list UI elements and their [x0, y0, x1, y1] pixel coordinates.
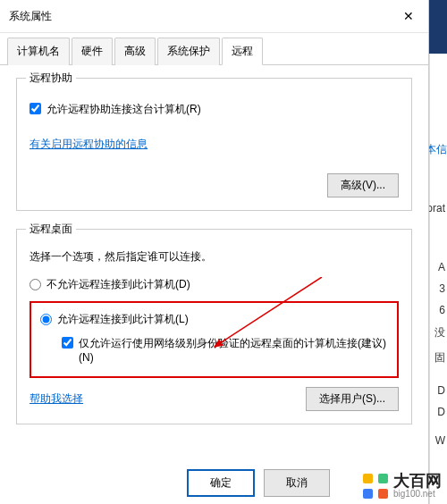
- bg-ver: 3: [439, 282, 445, 295]
- watermark-domain: big100.net: [393, 489, 442, 499]
- deny-remote-row[interactable]: 不允许远程连接到此计算机(D): [30, 277, 399, 292]
- remote-assistance-group: 远程协助 允许远程协助连接这台计算机(R) 有关启用远程协助的信息 高级(V).…: [16, 78, 412, 211]
- watermark-brand: 大百网: [393, 473, 442, 489]
- bg-a: A: [438, 261, 445, 273]
- titlebar: 系统属性 ✕: [0, 0, 428, 33]
- nla-row[interactable]: 仅允许运行使用网络级别身份验证的远程桌面的计算机连接(建议)(N): [62, 336, 388, 364]
- watermark: 大百网 big100.net: [363, 473, 442, 499]
- tab-advanced[interactable]: 高级: [114, 38, 156, 65]
- help-me-choose-link[interactable]: 帮助我选择: [30, 391, 83, 407]
- ok-button[interactable]: 确定: [187, 469, 255, 497]
- remote-assist-advanced-button[interactable]: 高级(V)...: [327, 173, 399, 197]
- bg-w: W: [435, 434, 445, 447]
- remote-assistance-title: 远程协助: [26, 71, 76, 86]
- close-icon[interactable]: ✕: [398, 5, 419, 27]
- tab-hardware[interactable]: 硬件: [72, 38, 113, 65]
- deny-remote-radio[interactable]: [30, 279, 41, 290]
- allow-remote-highlight-box: 允许远程连接到此计算机(L) 仅允许运行使用网络级别身份验证的远程桌面的计算机连…: [30, 301, 399, 378]
- window-title: 系统属性: [9, 9, 398, 24]
- bg-none: 没: [434, 325, 445, 340]
- remote-desktop-group: 远程桌面 选择一个选项，然后指定谁可以连接。 不允许远程连接到此计算机(D) 允…: [16, 229, 412, 424]
- bg-header-strip: [429, 0, 447, 54]
- remote-desktop-prompt: 选择一个选项，然后指定谁可以连接。: [30, 249, 399, 265]
- bg-d1: D: [437, 384, 445, 397]
- deny-remote-label: 不允许远程连接到此计算机(D): [46, 277, 190, 292]
- nla-label: 仅允许运行使用网络级别身份验证的远程桌面的计算机连接(建议)(N): [79, 336, 388, 364]
- select-users-button[interactable]: 选择用户(S)...: [306, 387, 399, 411]
- cancel-button[interactable]: 取消: [264, 469, 330, 497]
- background-panel: [429, 0, 447, 504]
- remote-desktop-title: 远程桌面: [26, 222, 76, 237]
- dialog-footer: 确定 取消: [187, 469, 330, 497]
- allow-remote-assist-row[interactable]: 允许远程协助连接这台计算机(R): [30, 102, 399, 117]
- remote-assist-info-link[interactable]: 有关启用远程协助的信息: [30, 137, 148, 152]
- bg-bios: 固: [434, 350, 445, 365]
- allow-remote-radio[interactable]: [40, 314, 52, 325]
- nla-checkbox[interactable]: [62, 337, 73, 349]
- system-properties-window: 系统属性 ✕ 计算机名 硬件 高级 系统保护 远程 远程协助 允许远程协助连接这…: [0, 0, 429, 504]
- allow-remote-row[interactable]: 允许远程连接到此计算机(L): [40, 312, 388, 327]
- tab-remote[interactable]: 远程: [222, 38, 263, 65]
- bg-d2: D: [437, 406, 445, 418]
- tab-system-protection[interactable]: 系统保护: [157, 38, 220, 65]
- bg-arch: 6: [439, 304, 445, 316]
- allow-remote-assist-label: 允许远程协助连接这台计算机(R): [46, 102, 201, 117]
- tab-strip: 计算机名 硬件 高级 系统保护 远程: [0, 33, 428, 65]
- watermark-logo-icon: [363, 474, 388, 499]
- allow-remote-assist-checkbox[interactable]: [30, 103, 41, 114]
- tab-content: 远程协助 允许远程协助连接这台计算机(R) 有关启用远程协助的信息 高级(V).…: [0, 65, 428, 455]
- allow-remote-label: 允许远程连接到此计算机(L): [57, 312, 189, 327]
- tab-computer-name[interactable]: 计算机名: [7, 38, 70, 65]
